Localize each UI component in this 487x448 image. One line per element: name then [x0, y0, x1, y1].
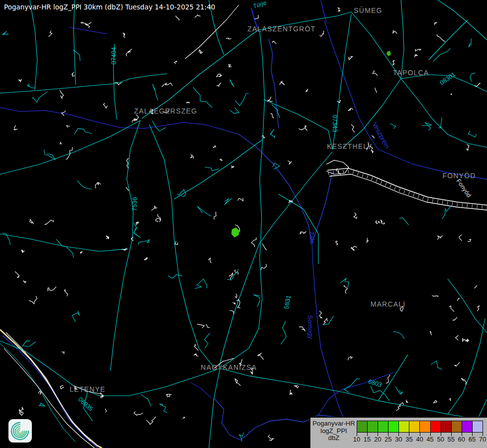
map-detail-line — [64, 290, 68, 296]
legend-color-cell — [451, 421, 462, 432]
map-detail-line — [239, 433, 244, 442]
map-detail-line — [393, 332, 404, 338]
legend-tick-label: 50 — [437, 436, 444, 443]
map-detail-line — [19, 407, 24, 413]
map-detail-line — [144, 257, 147, 260]
map-detail-line — [146, 417, 156, 425]
legend-tick-label: 10 — [353, 436, 360, 443]
legend-panel: Poganyvar-HR logZ_PPI dbZ 10152025303540… — [309, 417, 487, 448]
map-detail-line — [272, 105, 280, 118]
map-detail-line — [194, 354, 198, 356]
legend-tick-label: 30 — [395, 436, 402, 443]
map-detail-line — [19, 412, 23, 416]
map-detail-line — [272, 41, 277, 44]
map-detail-line — [475, 285, 477, 288]
map-detail-line — [288, 161, 292, 164]
map-detail-line — [437, 34, 445, 42]
map-detail-line — [21, 250, 25, 253]
map-detail-line — [354, 213, 357, 219]
map-detail-line — [376, 221, 381, 224]
map-detail-line — [457, 298, 459, 301]
map-detail-line — [224, 199, 232, 205]
map-detail-line — [344, 379, 360, 393]
map-detail-line — [336, 241, 338, 244]
map-detail-line — [298, 126, 307, 130]
road-lines — [0, 0, 487, 448]
map-detail-line — [261, 264, 267, 270]
legend-tick-label: 25 — [385, 436, 391, 443]
met-logo — [8, 419, 32, 443]
map-detail-line — [32, 92, 47, 103]
map-detail-line — [268, 97, 273, 102]
map-detail-line — [352, 246, 357, 250]
map-detail-line — [268, 435, 274, 441]
map-detail-line — [60, 385, 64, 389]
map-detail-line — [213, 146, 216, 148]
legend-tick-label: 40 — [416, 436, 423, 443]
map-detail-line — [255, 15, 259, 19]
map-detail-line — [233, 302, 236, 304]
map-detail-line — [18, 79, 21, 82]
map-detail-line — [281, 321, 286, 344]
map-detail-line — [454, 362, 460, 366]
map-detail-line — [231, 165, 234, 168]
map-detail-line — [351, 124, 355, 132]
map-detail-line — [451, 94, 452, 95]
map-detail-line — [477, 306, 480, 311]
map-detail-line — [279, 81, 285, 85]
legend-color-cell — [398, 421, 409, 432]
map-detail-line — [386, 375, 390, 383]
map-detail-line — [433, 400, 437, 403]
map-detail-line — [230, 310, 234, 314]
river-lines — [0, 0, 487, 443]
map-detail-line — [96, 183, 101, 189]
map-detail-line — [13, 125, 17, 130]
city-label-zalaszentgrot: ZALASZENTGRÓT — [248, 25, 316, 33]
legend-tick-label: 20 — [374, 436, 381, 443]
map-detail-line — [158, 214, 161, 223]
map-detail-line — [475, 83, 481, 87]
map-detail-line — [422, 122, 432, 130]
legend-color-cell — [367, 421, 378, 432]
map-detail-line — [136, 222, 139, 225]
legend-color-cell — [378, 421, 388, 432]
map-detail-line — [44, 150, 56, 160]
road-label-7536: 7536 — [131, 197, 138, 211]
map-detail-line — [60, 90, 64, 99]
legend-unit-label: dbZ — [310, 435, 357, 442]
legend-tick-label: 55 — [448, 436, 455, 443]
map-detail-line — [48, 31, 52, 37]
map-detail-line — [153, 84, 158, 101]
map-detail-line — [449, 306, 455, 312]
spiral-icon — [8, 419, 32, 443]
map-detail-line — [2, 31, 8, 35]
legend-colorbar — [357, 421, 483, 433]
map-detail-line — [74, 128, 92, 134]
map-detail-line — [126, 187, 128, 191]
map-detail-line — [270, 129, 275, 138]
map-detail-line — [459, 234, 462, 240]
map-detail-line — [300, 231, 306, 234]
map-detail-line — [433, 48, 451, 61]
map-detail-line — [29, 296, 37, 304]
map-detail-line — [442, 206, 452, 219]
legend-color-cell — [441, 421, 451, 432]
map-detail-line — [195, 279, 207, 288]
map-detail-line — [235, 94, 249, 106]
map-detail-line — [80, 251, 83, 253]
river-label-zala: Zala — [307, 231, 316, 244]
legend-color-cell — [357, 421, 367, 432]
map-detail-line — [294, 386, 299, 388]
legend-tick-label: 70 — [479, 436, 486, 443]
map-detail-line — [183, 417, 185, 419]
legend-color-cell — [462, 421, 472, 432]
map-detail-line — [206, 324, 210, 327]
map-detail-line — [299, 327, 305, 332]
map-detail-line — [103, 104, 107, 109]
map-detail-line — [319, 311, 322, 318]
map-detail-line — [290, 390, 292, 394]
map-detail-line — [195, 15, 200, 18]
map-detail-line — [176, 16, 179, 21]
map-detail-line — [258, 353, 264, 359]
map-detail-line — [348, 356, 353, 360]
